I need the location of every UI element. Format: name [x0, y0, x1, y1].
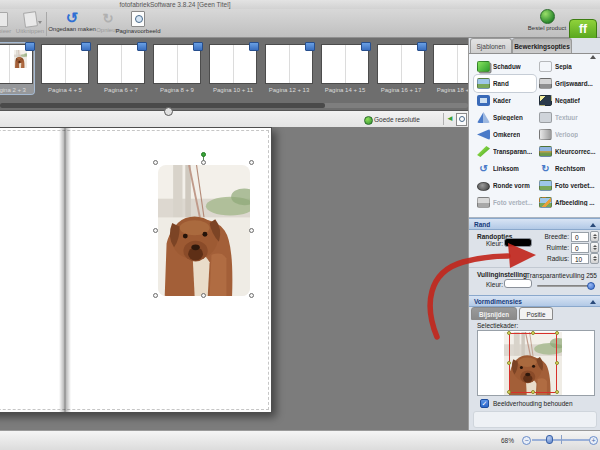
resize-handle-nw[interactable]: [153, 160, 158, 165]
resize-handle-s[interactable]: [201, 293, 206, 298]
placed-photo[interactable]: [158, 165, 250, 296]
editing-canvas[interactable]: [0, 127, 468, 430]
keep-ratio-checkbox[interactable]: ✓: [480, 399, 489, 408]
zoom-slider-knob[interactable]: [546, 435, 553, 444]
radius-label: Radius:: [531, 255, 569, 262]
zoom-in-button[interactable]: +: [589, 436, 598, 445]
option-ronde-vorm[interactable]: Ronde vorm: [474, 177, 536, 194]
option-sepia[interactable]: Sepia: [536, 58, 598, 75]
transparency-slider-knob[interactable]: [587, 282, 595, 290]
cut-label: Uitknippen: [14, 28, 46, 34]
page-thumb-8-9[interactable]: Pagina 8 + 9: [152, 43, 202, 94]
border-color-swatch[interactable]: [504, 238, 532, 247]
rotate-handle[interactable]: [201, 152, 206, 157]
page-thumb-label: Pagina 4 + 5: [41, 87, 89, 93]
crop-handle-se[interactable]: [555, 390, 559, 394]
undo-button[interactable]: ↺ Ongedaan maken: [47, 11, 97, 32]
shadow-icon: [477, 61, 490, 72]
option-foto-verbeteren-2: Foto verbet...: [474, 194, 536, 211]
option-rechtsom[interactable]: ↻Rechtsom: [536, 160, 598, 177]
page-preview-button[interactable]: Paginavoorbeeld: [112, 11, 164, 34]
option-omkeren[interactable]: Omkeren: [474, 126, 536, 143]
radius-input[interactable]: 10: [571, 254, 589, 264]
resize-handle-sw[interactable]: [153, 293, 158, 298]
scissors-icon: [23, 11, 38, 28]
dog-photo-mini: [14, 50, 27, 68]
panel-footer-area: [473, 411, 597, 428]
option-grijswaarden[interactable]: Grijswaard...: [536, 75, 598, 92]
page-thumb-image: [377, 44, 425, 84]
option-foto-verbeteren[interactable]: Foto verbet...: [536, 177, 598, 194]
resize-handle-e[interactable]: [249, 228, 254, 233]
tab-positie[interactable]: Positie: [519, 307, 553, 320]
resize-handle-se[interactable]: [249, 293, 254, 298]
tab-bijsnijden[interactable]: Bijsnijden: [471, 307, 517, 320]
page-thumb-label: Pagina 16 + 17: [377, 87, 425, 93]
vulling-kleur-label: Kleur:: [486, 281, 503, 288]
splitter-handle[interactable]: [164, 107, 173, 116]
undo-label: Ongedaan maken: [47, 26, 97, 32]
option-kader[interactable]: Kader: [474, 92, 536, 109]
kleur-label: Kleur:: [486, 240, 503, 247]
photo-enhance-icon: [539, 180, 552, 191]
breedte-input[interactable]: 0: [571, 232, 589, 242]
collapse-icon[interactable]: [590, 300, 596, 304]
page-preview-icon: [131, 11, 145, 27]
option-kleurcorrectie[interactable]: Kleurcorrec...: [536, 143, 598, 160]
tab-sjablonen[interactable]: Sjablonen: [470, 38, 512, 53]
page-thumb-12-13[interactable]: Pagina 12 + 13: [264, 43, 314, 94]
resize-handle-n[interactable]: [201, 160, 206, 165]
crop-handle-e[interactable]: [555, 361, 559, 365]
chevron-down-icon[interactable]: [38, 21, 42, 24]
crop-handle-sw[interactable]: [507, 390, 511, 394]
page-preview-label: Paginavoorbeeld: [112, 28, 164, 34]
option-linksom[interactable]: ↺Linksom: [474, 160, 536, 177]
window-title: fotofabriekSoftware 3.8.24 [Geen Titel]: [50, 1, 300, 8]
option-rand[interactable]: Rand: [474, 75, 536, 92]
option-transparantie[interactable]: Transparan...: [474, 143, 536, 160]
crop-preview[interactable]: [477, 330, 595, 396]
strip-scrollbar-thumb[interactable]: [0, 103, 325, 108]
option-textuur: Textuur: [536, 109, 598, 126]
page-thumb-4-5[interactable]: Pagina 4 + 5: [40, 43, 90, 94]
page-thumb-label: Pagina 12 + 13: [265, 87, 313, 93]
border-photo-icon: [477, 78, 490, 89]
resize-handle-w[interactable]: [153, 228, 158, 233]
option-afbeelding[interactable]: Afbeelding ...: [536, 194, 598, 211]
page-thumb-10-11[interactable]: Pagina 10 + 11: [208, 43, 258, 94]
page-thumb-16-17[interactable]: Pagina 16 + 17: [376, 43, 426, 94]
option-schaduw[interactable]: Schaduw: [474, 58, 536, 75]
ruimte-stepper[interactable]: [590, 242, 599, 253]
crop-handle-n[interactable]: [531, 331, 535, 335]
option-negatief[interactable]: Negatief: [536, 92, 598, 109]
previous-page-icon[interactable]: ◄: [446, 114, 454, 124]
section-header-vormdimensies[interactable]: Vormdimensies: [469, 295, 600, 307]
page-thumb-image: [153, 44, 201, 84]
page-thumb-2-3[interactable]: Pagina 2 + 3: [0, 43, 34, 94]
crop-selection-rect[interactable]: [509, 333, 557, 393]
section-header-rand[interactable]: Rand: [469, 218, 600, 230]
zoom-level: 68%: [501, 437, 514, 444]
crop-handle-w[interactable]: [507, 361, 511, 365]
crop-handle-ne[interactable]: [555, 331, 559, 335]
radius-stepper[interactable]: [590, 253, 599, 264]
zoom-out-button[interactable]: −: [522, 436, 531, 445]
crop-handle-s[interactable]: [531, 390, 535, 394]
gradient-icon: [539, 129, 552, 140]
zoom-slider-tick: [561, 435, 562, 444]
spread-preview-icon[interactable]: [456, 113, 467, 126]
option-spiegelen[interactable]: Spiegelen: [474, 109, 536, 126]
breedte-stepper[interactable]: [590, 231, 599, 242]
crop-handle-nw[interactable]: [507, 331, 511, 335]
page-thumb-18-19[interactable]: Pagina 18 + 19: [432, 43, 468, 94]
order-product-button[interactable]: Bestel product: [522, 9, 572, 31]
status-bar: 68%: [0, 430, 600, 450]
ruimte-input[interactable]: 0: [571, 243, 589, 253]
tab-bewerkingsopties[interactable]: Bewerkingsopties: [512, 38, 572, 53]
resize-handle-ne[interactable]: [249, 160, 254, 165]
page-thumb-14-15[interactable]: Pagina 14 + 15: [320, 43, 370, 94]
page-thumb-6-7[interactable]: Pagina 6 + 7: [96, 43, 146, 94]
collapse-icon[interactable]: [590, 223, 596, 227]
scroll-up-icon[interactable]: [590, 55, 596, 59]
fill-color-swatch[interactable]: [504, 279, 532, 288]
